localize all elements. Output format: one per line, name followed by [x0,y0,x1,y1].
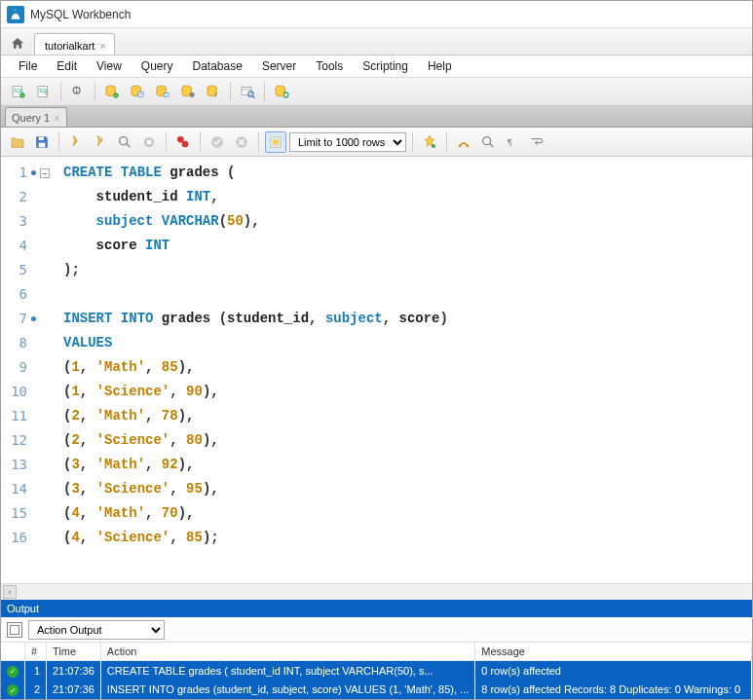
menubar: FileEditViewQueryDatabaseServerToolsScri… [1,55,752,77]
home-icon[interactable] [5,33,30,55]
menu-tools[interactable]: Tools [306,56,353,76]
svg-point-42 [432,144,435,148]
titlebar: MySQL Workbench [1,1,752,28]
svg-point-19 [189,92,194,97]
new-sql-tab-button[interactable]: SQL+ [7,80,30,103]
svg-point-44 [467,144,470,147]
query-tab[interactable]: Query 1 × [5,107,67,127]
rollback-button[interactable] [231,131,252,153]
limit-rows-select[interactable]: Limit to 1000 rows [289,132,406,152]
db-view-button[interactable] [151,80,174,103]
find-button[interactable] [453,131,474,153]
save-file-button[interactable] [31,131,53,153]
svg-rect-28 [39,142,46,147]
menu-file[interactable]: File [9,56,47,76]
svg-rect-22 [242,87,251,94]
svg-text:I: I [101,135,103,141]
db-reconnect-button[interactable] [270,80,293,103]
editor-toolbar: I Limit to 1000 rows ¶ [1,128,752,157]
db-table-button[interactable] [126,80,149,103]
menu-database[interactable]: Database [183,56,252,76]
svg-rect-41 [273,139,278,144]
code-area[interactable]: CREATE TABLE grades ( student_id INT, su… [56,157,752,583]
close-icon[interactable]: × [99,40,105,52]
inspector-button[interactable] [66,80,90,103]
menu-server[interactable]: Server [252,56,306,76]
close-icon[interactable]: × [54,112,59,124]
svg-line-46 [489,143,493,147]
output-row[interactable]: ✓121:07:36CREATE TABLE grades ( student_… [1,661,752,681]
execute-button[interactable] [65,131,87,153]
svg-text:¶: ¶ [508,136,512,146]
toggle-limit-button[interactable] [265,131,286,153]
db-create-button[interactable]: + [100,80,124,103]
svg-point-35 [182,140,189,147]
menu-help[interactable]: Help [418,56,462,76]
svg-line-31 [126,143,130,147]
menu-query[interactable]: Query [132,56,183,76]
svg-rect-33 [147,140,151,144]
db-search-button[interactable] [236,80,259,103]
toggle-invisible-button[interactable]: ¶ [502,131,523,153]
query-tabbar: Query 1 × [1,106,752,128]
open-sql-button[interactable]: SQL [32,80,56,103]
db-func-button[interactable]: ƒ [202,80,225,103]
line-gutter: 1−2345678910111213141516 [1,157,56,583]
app-title: MySQL Workbench [30,8,131,21]
connection-tab-label: tutorialkart [45,40,94,52]
output-layout-icon[interactable] [7,622,22,638]
output-mode-select[interactable]: Action Output [28,620,165,640]
output-controls: Action Output [1,617,752,643]
menu-scripting[interactable]: Scripting [353,56,418,76]
menu-view[interactable]: View [87,56,132,76]
query-tab-label: Query 1 [12,112,50,124]
output-panel-header: Output [1,600,752,617]
horizontal-scrollbar[interactable]: ‹ [1,583,752,600]
beautify-button[interactable] [419,131,440,153]
db-proc-button[interactable] [176,80,200,103]
scroll-left-icon[interactable]: ‹ [3,585,17,599]
app-icon [7,6,24,23]
svg-rect-27 [39,136,44,139]
connection-tab[interactable]: tutorialkart × [34,33,115,55]
svg-text:ƒ: ƒ [214,92,217,97]
output-row[interactable]: ✓221:07:36INSERT INTO grades (student_id… [1,681,752,700]
toggle-wrap-button[interactable] [526,131,547,153]
svg-point-0 [12,17,14,18]
execute-current-button[interactable]: I [90,131,111,153]
main-toolbar: SQL+ SQL + ƒ [1,77,752,106]
stop-button[interactable] [138,131,160,153]
connection-tabbar: tutorialkart × [1,28,752,55]
menu-edit[interactable]: Edit [47,56,87,76]
svg-line-25 [252,96,254,98]
open-file-button[interactable] [7,131,28,153]
output-table: # Time Action Message ✓121:07:36CREATE T… [1,643,752,699]
svg-rect-17 [164,92,169,96]
svg-rect-8 [76,88,77,89]
search-button[interactable] [477,131,499,153]
svg-rect-9 [76,91,77,93]
commit-button[interactable] [207,131,228,153]
explain-button[interactable] [114,131,135,153]
sql-editor[interactable]: 1−2345678910111213141516 CREATE TABLE gr… [1,157,752,583]
svg-point-43 [459,144,462,147]
toggle-autocommit-button[interactable] [172,131,194,153]
